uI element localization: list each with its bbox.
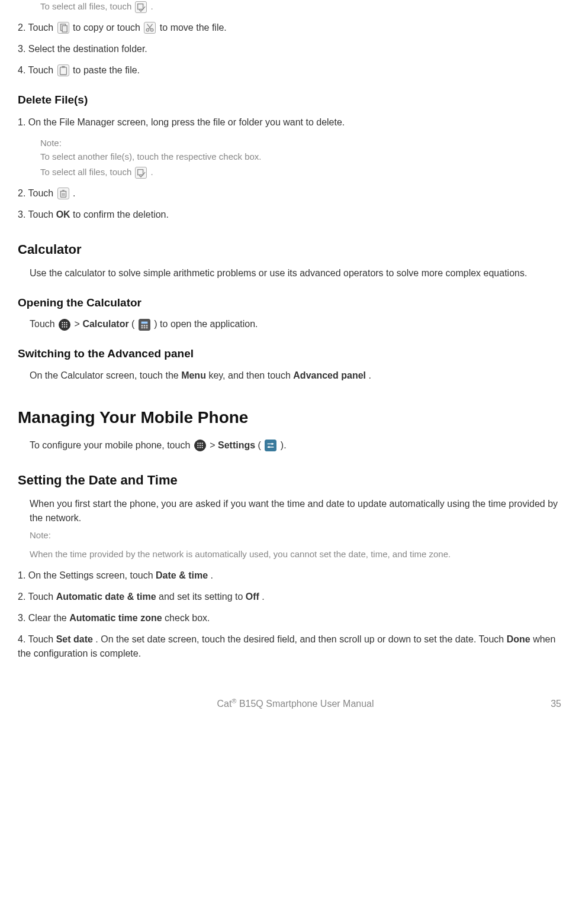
select-all-note: To select all files, touch . — [40, 0, 561, 14]
svg-point-29 — [200, 443, 201, 444]
settings-bold: Settings — [218, 440, 255, 450]
paste-icon — [57, 64, 69, 76]
text: to copy or touch — [73, 22, 143, 33]
svg-point-11 — [64, 322, 65, 323]
delete-step1: 1. On the File Manager screen, long pres… — [18, 115, 561, 130]
svg-point-15 — [66, 324, 67, 325]
opening-calc-body: Touch > Calculator ( ) to open the appli… — [30, 317, 561, 331]
text: to confirm the deletion. — [73, 209, 169, 219]
trash-icon — [57, 188, 69, 199]
calculator-icon — [139, 319, 150, 331]
text: 3. Touch — [18, 209, 56, 219]
advanced-panel-bold: Advanced panel — [293, 370, 366, 380]
svg-point-4 — [151, 29, 154, 32]
svg-rect-25 — [144, 327, 146, 328]
svg-rect-23 — [146, 325, 148, 327]
svg-point-3 — [147, 29, 150, 32]
text: ). — [281, 440, 287, 450]
datetime-step2: 2. Touch Automatic date & time and set i… — [18, 590, 561, 604]
svg-point-10 — [62, 322, 63, 323]
note-label: Note: — [30, 529, 561, 542]
svg-point-16 — [62, 326, 63, 327]
text: key, and then touch — [208, 370, 293, 380]
text: ( — [258, 440, 261, 450]
datetime-step3: 3. Clear the Automatic time zone check b… — [18, 611, 561, 625]
managing-heading: Managing Your Mobile Phone — [18, 405, 561, 430]
note-body: When the time provided by the network is… — [30, 548, 561, 561]
page-number: 35 — [538, 697, 561, 711]
text: . — [151, 167, 153, 177]
select-all-icon — [135, 1, 147, 13]
calculator-heading: Calculator — [18, 240, 561, 259]
svg-rect-21 — [141, 325, 143, 327]
set-date-bold: Set date — [56, 634, 93, 644]
svg-rect-6 — [62, 66, 65, 68]
svg-point-31 — [197, 445, 198, 446]
page-footer: Cat® B15Q Smartphone User Manual 35 — [18, 696, 561, 711]
datetime-intro: When you first start the phone, you are … — [30, 497, 561, 525]
select-all-icon — [135, 167, 147, 179]
svg-point-38 — [271, 443, 273, 445]
svg-point-14 — [64, 324, 65, 325]
text: . — [73, 188, 75, 198]
svg-point-36 — [201, 447, 202, 448]
managing-intro: To configure your mobile phone, touch > … — [30, 438, 561, 453]
text: To select all files, touch — [40, 1, 134, 11]
text: to paste the file. — [73, 65, 140, 75]
text: . — [151, 1, 153, 11]
opening-calc-heading: Opening the Calculator — [18, 295, 561, 312]
svg-point-35 — [200, 447, 201, 448]
text: check box. — [165, 613, 210, 623]
datetime-heading: Setting the Date and Time — [18, 470, 561, 490]
svg-point-18 — [66, 326, 67, 327]
svg-rect-20 — [141, 321, 147, 324]
text: B15Q Smartphone User Manual — [236, 699, 374, 709]
svg-point-30 — [201, 443, 202, 444]
svg-rect-0 — [138, 4, 143, 9]
text: To select all files, touch — [40, 167, 134, 177]
svg-rect-26 — [146, 327, 148, 328]
auto-tz-bold: Automatic time zone — [69, 613, 162, 623]
svg-rect-7 — [138, 170, 143, 175]
svg-rect-2 — [62, 26, 67, 33]
svg-rect-5 — [60, 67, 66, 75]
text: . — [368, 370, 371, 380]
text: Touch — [30, 319, 57, 329]
svg-point-32 — [200, 445, 201, 446]
text: On the Calculator screen, touch the — [30, 370, 181, 380]
menu-bold: Menu — [181, 370, 206, 380]
text: . — [262, 592, 264, 602]
text: . On the set date screen, touch the desi… — [95, 634, 506, 644]
svg-point-34 — [197, 447, 198, 448]
calculator-intro: Use the calculator to solve simple arith… — [30, 266, 561, 280]
done-bold: Done — [507, 634, 530, 644]
settings-icon — [265, 440, 276, 451]
select-dest-step: 3. Select the destination folder. — [18, 42, 561, 56]
ok-bold: OK — [56, 209, 70, 219]
paste-step: 4. Touch to paste the file. — [18, 63, 561, 77]
delete-step2: 2. Touch . — [18, 186, 561, 201]
text: to move the file. — [160, 22, 227, 33]
svg-point-28 — [197, 443, 198, 444]
auto-dt-bold: Automatic date & time — [56, 592, 156, 602]
apps-icon — [59, 319, 70, 331]
text: . — [211, 570, 213, 580]
text: 2. Touch — [18, 592, 56, 602]
svg-point-33 — [201, 445, 202, 446]
note-body2: To select all files, touch . — [40, 166, 561, 179]
text: 4. Touch — [18, 65, 56, 75]
delete-heading: Delete File(s) — [18, 92, 561, 109]
datetime-step1: 1. On the Settings screen, touch Date & … — [18, 568, 561, 583]
copy-move-step: 2. Touch to copy or touch to move the fi… — [18, 21, 561, 35]
advanced-body: On the Calculator screen, touch the Menu… — [30, 369, 561, 383]
text: Cat — [217, 699, 231, 709]
date-time-bold: Date & time — [156, 570, 208, 580]
text: > — [210, 440, 218, 450]
apps-icon — [194, 440, 206, 451]
svg-rect-24 — [141, 327, 143, 328]
note-label: Note: — [40, 137, 561, 150]
text: 3. Clear the — [18, 613, 69, 623]
svg-rect-37 — [266, 441, 275, 450]
datetime-step4: 4. Touch Set date . On the set date scre… — [18, 632, 561, 661]
copy-icon — [57, 22, 69, 34]
